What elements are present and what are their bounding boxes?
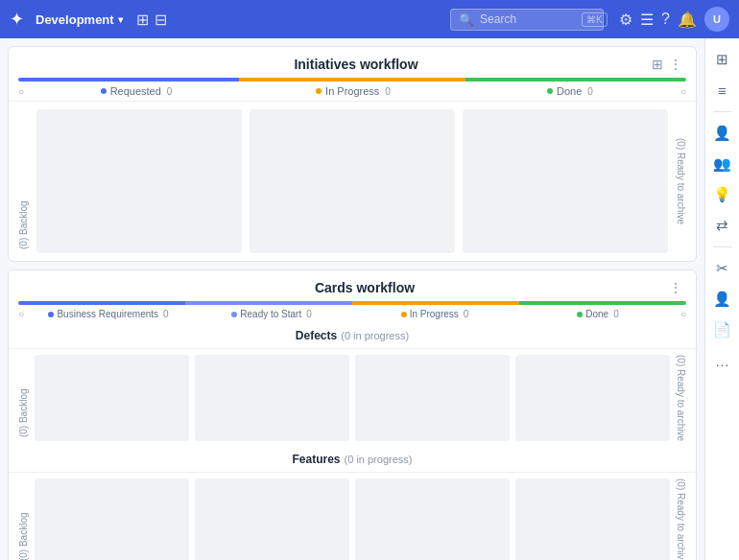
defects-col-1 [35, 355, 189, 441]
nav-view-icons: ⊞ ⊟ [136, 11, 167, 29]
defects-label: Defects [296, 329, 337, 342]
initiatives-col-inprogress [250, 109, 455, 253]
sidebar-sep-2 [713, 246, 732, 247]
cards-col-inprog: In Progress 0 [354, 309, 515, 319]
search-icon: 🔍 [459, 12, 474, 27]
initiatives-view-icon[interactable]: ⊞ [652, 57, 663, 72]
sidebar-board-icon[interactable]: ⊞ [709, 46, 736, 73]
initiatives-col-done [463, 109, 668, 253]
ready-dot [231, 312, 237, 317]
progress-done [465, 78, 686, 82]
sidebar-scissors-icon[interactable]: ✂ [709, 255, 736, 282]
defects-header: Defects (0 in progress) [9, 323, 696, 349]
sidebar-team-icon[interactable]: 👥 [709, 151, 736, 177]
search-bar[interactable]: 🔍 ⌘K [450, 9, 604, 31]
cards-done-dot [577, 312, 583, 317]
col-header-requested: Requested 0 [30, 85, 243, 97]
avatar[interactable]: U [704, 7, 729, 32]
search-input[interactable] [480, 12, 576, 26]
cards-done-label: Done [585, 309, 608, 319]
cards-pb-3 [352, 301, 519, 305]
defects-archive-wrap: (0) Ready to archive [676, 355, 686, 441]
biz-count: 0 [163, 309, 169, 319]
project-selector[interactable]: Development ▾ [36, 12, 123, 27]
initiatives-columns-header: ○ Requested 0 In Progress 0 Done 0 ○ [9, 82, 696, 102]
features-archive-label: (0) Ready to archive [676, 478, 686, 560]
initiatives-add-col-icon[interactable]: ○ [18, 86, 24, 97]
sidebar-person-icon[interactable]: 👤 [709, 286, 736, 313]
initiatives-more-icon[interactable]: ⋮ [669, 57, 682, 72]
initiatives-archive-wrap: (0) Ready to archive [676, 109, 686, 253]
cards-done-count: 0 [613, 309, 619, 319]
features-backlog-label: (0) Backlog [18, 478, 29, 560]
settings-icon[interactable]: ⚙ [619, 11, 632, 29]
defects-cards-area: (0) Backlog (0) Ready to archive [9, 349, 696, 447]
initiatives-workflow-title: Initiatives workflow [60, 57, 652, 72]
progress-requested [18, 78, 239, 82]
cards-more-icon[interactable]: ⋮ [669, 280, 682, 295]
progress-inprogress [239, 78, 466, 82]
project-chevron-icon: ▾ [118, 14, 123, 25]
cards-inprog-count: 0 [464, 309, 469, 319]
features-col-2 [195, 478, 349, 560]
features-label: Features [293, 453, 341, 466]
cards-inprog-label: In Progress [410, 309, 459, 319]
biz-dot [48, 312, 54, 317]
features-archive-wrap: (0) Ready to archive [676, 478, 686, 560]
sidebar-more-icon[interactable]: … [709, 347, 736, 374]
menu-icon[interactable]: ☰ [640, 11, 654, 29]
cards-col-biz: Business Requirements 0 [28, 309, 189, 319]
cards-col-ready: Ready to Start 0 [191, 309, 352, 319]
sidebar-doc-icon[interactable]: 📄 [709, 316, 736, 343]
requested-dot [101, 88, 107, 94]
content-area: Initiatives workflow ⊞ ⋮ ○ Requested 0 [0, 38, 704, 560]
cards-workflow-header: Cards workflow ⋮ [9, 270, 696, 295]
defects-count: (0 in progress) [341, 330, 409, 341]
col-count-inprogress: 0 [385, 86, 391, 97]
done-dot [547, 88, 553, 94]
help-icon[interactable]: ? [661, 11, 670, 28]
right-sidebar: ⊞ ≡ 👤 👥 💡 ⇄ ✂ 👤 📄 … [704, 38, 739, 560]
col-header-done: Done 0 [464, 85, 677, 97]
sidebar-transform-icon[interactable]: ⇄ [709, 212, 736, 239]
initiatives-backlog-label: (0) Backlog [18, 109, 29, 253]
sidebar-list-icon[interactable]: ≡ [709, 77, 736, 104]
inprogress-dot [316, 88, 322, 94]
initiatives-archive-count: ○ [680, 86, 686, 97]
initiatives-col-requested [36, 109, 242, 253]
sidebar-user-icon[interactable]: 👤 [709, 120, 736, 147]
initiatives-workflow-header: Initiatives workflow ⊞ ⋮ [9, 47, 696, 72]
cards-pb-4 [519, 301, 686, 305]
features-col-3 [355, 478, 510, 560]
cards-workflow-section: Cards workflow ⋮ ○ Business Requirements… [8, 269, 697, 560]
cards-pb-2 [185, 301, 352, 305]
initiatives-workflow-section: Initiatives workflow ⊞ ⋮ ○ Requested 0 [8, 46, 697, 262]
app-logo[interactable]: ✦ [10, 9, 24, 30]
cards-workflow-title: Cards workflow [60, 280, 669, 295]
col-count-requested: 0 [167, 86, 173, 97]
notifications-icon[interactable]: 🔔 [678, 11, 697, 29]
list-view-icon[interactable]: ⊟ [155, 11, 167, 29]
board-view-icon[interactable]: ⊞ [136, 11, 149, 29]
cards-add-col-icon[interactable]: ○ [18, 309, 24, 319]
col-label-requested: Requested [110, 85, 161, 97]
top-nav: ✦ Development ▾ ⊞ ⊟ 🔍 ⌘K ⚙ ☰ ? 🔔 U [0, 0, 739, 38]
cards-col-done: Done 0 [517, 309, 679, 319]
defects-col-2 [195, 355, 349, 441]
cards-workflow-actions: ⋮ [669, 280, 682, 295]
col-count-done: 0 [587, 86, 593, 97]
cards-inprog-dot [401, 312, 407, 317]
project-name: Development [36, 12, 114, 27]
initiatives-workflow-actions: ⊞ ⋮ [652, 57, 682, 72]
cards-columns-header: ○ Business Requirements 0 Ready to Start… [9, 305, 696, 323]
initiatives-progress-bar [18, 78, 686, 82]
ready-label: Ready to Start [240, 309, 301, 319]
cards-pb-1 [18, 301, 185, 305]
cards-archive-count-header: ○ [680, 309, 686, 319]
main-layout: Initiatives workflow ⊞ ⋮ ○ Requested 0 [0, 38, 739, 560]
col-header-inprogress: In Progress 0 [247, 85, 460, 97]
sidebar-insight-icon[interactable]: 💡 [709, 181, 736, 208]
top-nav-actions: ⚙ ☰ ? 🔔 U [619, 7, 729, 32]
features-count: (0 in progress) [345, 454, 413, 465]
sidebar-sep-1 [713, 111, 732, 112]
